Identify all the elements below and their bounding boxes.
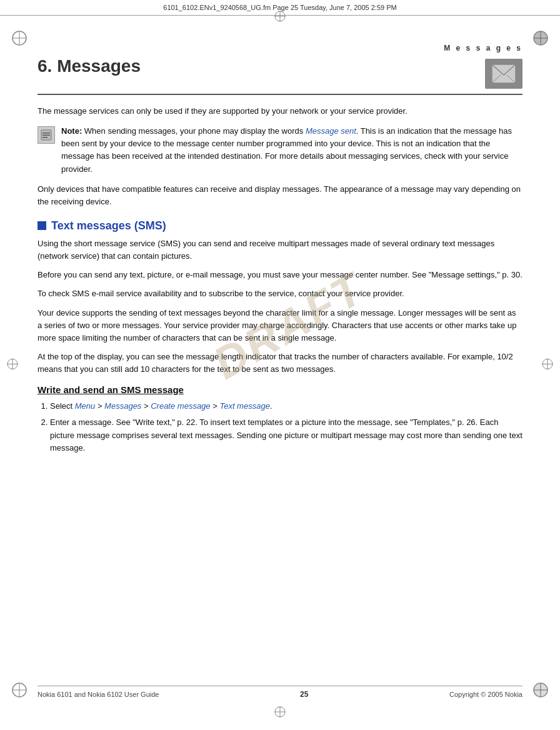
section-sms-title: Text messages (SMS)	[51, 219, 166, 232]
intro-paragraph1: The message services can only be used if…	[38, 105, 522, 118]
note-box: Note: When sending messages, your phone …	[38, 125, 522, 176]
sms-paragraph4: Your device supports the sending of text…	[38, 307, 522, 344]
step1-sep3: >	[211, 401, 220, 411]
sms-paragraph2: Before you can send any text, picture, o…	[38, 269, 522, 281]
note-text: Note: When sending messages, your phone …	[61, 125, 522, 176]
section-square-icon	[38, 221, 46, 230]
step1-messages: Messages	[104, 401, 141, 411]
right-chapter-label: M e s s a g e s	[444, 44, 522, 52]
chapter-title: 6. Messages	[38, 56, 141, 76]
step1-suffix: .	[270, 401, 272, 411]
svg-rect-30	[42, 137, 48, 138]
sms-paragraph1: Using the short message service (SMS) yo…	[38, 238, 522, 262]
reg-circle-br	[532, 682, 549, 700]
chapter-header: 6. Messages	[38, 56, 522, 95]
step-1: Select Menu > Messages > Create message …	[50, 400, 522, 412]
main-content: 6. Messages The message services can onl…	[38, 16, 522, 454]
reg-cross-left	[6, 358, 19, 372]
step1-prefix: Select	[50, 401, 75, 411]
footer-left: Nokia 6101 and Nokia 6102 User Guide	[38, 691, 159, 698]
footer-right: Copyright © 2005 Nokia	[449, 691, 522, 698]
section-sms-heading: Text messages (SMS)	[38, 219, 522, 232]
svg-rect-29	[42, 135, 50, 136]
step1-sep1: >	[95, 401, 104, 411]
reg-cross-top	[274, 10, 286, 24]
note-link: Message sent	[306, 126, 356, 136]
reg-circle-bl	[11, 682, 28, 700]
sms-paragraph3: To check SMS e-mail service availability…	[38, 288, 522, 300]
step-2: Enter a message. See "Write text," p. 22…	[50, 416, 522, 454]
reg-circle-tl	[11, 30, 28, 48]
note-label: Note:	[61, 126, 82, 136]
step1-create: Create message	[151, 401, 210, 411]
page-footer: Nokia 6101 and Nokia 6102 User Guide 25 …	[38, 686, 522, 699]
reg-cross-right	[541, 358, 554, 372]
steps-list: Select Menu > Messages > Create message …	[50, 400, 522, 454]
reg-cross-bottom	[274, 706, 286, 720]
subsection-write-title: Write and send an SMS message	[38, 384, 522, 395]
note-text-part1: When sending messages, your phone may di…	[82, 126, 306, 136]
sms-paragraph5: At the top of the display, you can see t…	[38, 351, 522, 376]
step1-menu: Menu	[75, 401, 96, 411]
page-number: 25	[300, 690, 308, 699]
svg-rect-28	[42, 132, 50, 134]
step1-sep2: >	[141, 401, 151, 411]
intro-paragraph2: Only devices that have compatible featur…	[38, 183, 522, 208]
envelope-icon	[485, 59, 522, 89]
step1-text: Text message	[219, 401, 269, 411]
note-icon	[38, 126, 55, 144]
reg-circle-tr	[532, 30, 549, 48]
